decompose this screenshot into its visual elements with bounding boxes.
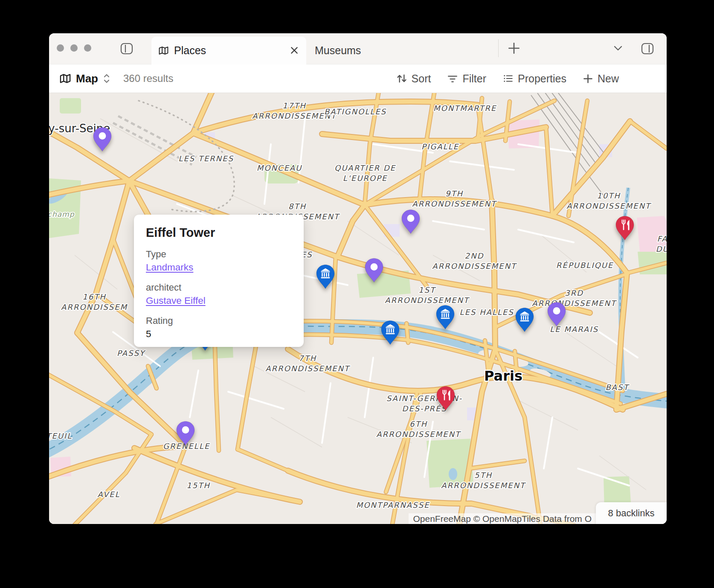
tab-museums-label: Museums bbox=[315, 44, 361, 57]
map-label: PIGALLE bbox=[421, 142, 459, 151]
filter-button[interactable]: Filter bbox=[447, 73, 486, 85]
sort-button[interactable]: Sort bbox=[396, 73, 431, 85]
popup-title: Eiffel Tower bbox=[146, 225, 292, 240]
map-label: PASSY bbox=[117, 349, 146, 358]
toolbar: Map 360 results bbox=[49, 64, 667, 93]
titlebar: Places Museums bbox=[49, 33, 667, 64]
map-pin-museum[interactable] bbox=[316, 264, 335, 289]
map-pin-restaurant[interactable] bbox=[436, 386, 456, 411]
map-pin-landmark[interactable] bbox=[401, 209, 421, 234]
map-pin-landmark[interactable] bbox=[547, 302, 566, 327]
map-pin-museum[interactable] bbox=[435, 305, 455, 330]
filter-label: Filter bbox=[462, 73, 486, 85]
map-label: BAST bbox=[605, 383, 630, 392]
map-attribution[interactable]: OpenFreeMap © OpenMapTiles Data from O bbox=[409, 513, 596, 524]
map-pin-museum[interactable] bbox=[380, 320, 400, 345]
app-window: Places Museums bbox=[49, 33, 667, 524]
field-label: Rating bbox=[146, 315, 292, 326]
left-sidebar-icon bbox=[119, 41, 134, 56]
type-link[interactable]: Landmarks bbox=[146, 262, 193, 273]
tabbar-divider bbox=[498, 39, 499, 57]
place-popup-card: Eiffel Tower Type Landmarks architect Gu… bbox=[134, 215, 304, 347]
selector-chevrons-icon bbox=[103, 73, 110, 84]
view-label: Map bbox=[76, 72, 98, 85]
view-switcher[interactable]: Map bbox=[59, 72, 110, 85]
tab-museums[interactable]: Museums bbox=[306, 37, 494, 64]
traffic-zoom-button[interactable] bbox=[84, 44, 91, 52]
sort-label: Sort bbox=[412, 73, 431, 85]
toggle-right-sidebar-button[interactable] bbox=[640, 41, 655, 56]
map-label: LES TERNES bbox=[178, 154, 234, 163]
map-pin-landmark[interactable] bbox=[364, 258, 384, 283]
properties-list-icon bbox=[502, 73, 514, 84]
architect-link[interactable]: Gustave Eiffel bbox=[146, 295, 206, 306]
properties-button[interactable]: Properties bbox=[502, 73, 566, 85]
new-tab-button[interactable] bbox=[507, 41, 521, 55]
map-label: AVEL bbox=[98, 490, 120, 499]
map-label: NTEUIL bbox=[49, 431, 72, 440]
rating-value: 5 bbox=[146, 329, 151, 339]
toggle-left-sidebar-button[interactable] bbox=[119, 41, 134, 56]
field-label: architect bbox=[146, 282, 292, 293]
map-pin-landmark[interactable] bbox=[176, 421, 195, 446]
map-label: MONTMARTRE bbox=[433, 104, 497, 113]
map-label: BATIGNOLLES bbox=[324, 107, 386, 116]
results-count: 360 results bbox=[123, 73, 173, 84]
backlinks-badge[interactable]: 8 backlinks bbox=[596, 502, 667, 524]
map-label: LES HALLES bbox=[459, 308, 514, 317]
close-tab-icon[interactable] bbox=[289, 45, 299, 55]
new-button[interactable]: New bbox=[583, 73, 619, 85]
map-label: Paris bbox=[484, 368, 522, 384]
map-label: RÉPUBLIQUE bbox=[556, 261, 614, 270]
plus-icon bbox=[507, 41, 521, 55]
map-label: MONCEAU bbox=[257, 163, 302, 172]
new-label: New bbox=[598, 73, 619, 85]
chevron-down-icon bbox=[612, 44, 624, 52]
map-pin-museum[interactable] bbox=[515, 307, 534, 332]
map-icon bbox=[158, 46, 169, 55]
map-pin-restaurant[interactable] bbox=[615, 215, 635, 241]
plus-icon bbox=[583, 73, 593, 84]
map-label: champ bbox=[49, 210, 75, 218]
right-sidebar-icon bbox=[640, 41, 655, 56]
map-icon bbox=[59, 73, 71, 84]
tab-list-chevron-button[interactable] bbox=[612, 44, 624, 52]
tab-places[interactable]: Places bbox=[151, 37, 306, 64]
tab-places-label: Places bbox=[174, 44, 206, 57]
field-label: Type bbox=[146, 249, 292, 260]
properties-label: Properties bbox=[518, 73, 566, 85]
traffic-close-button[interactable] bbox=[57, 44, 64, 52]
map-canvas[interactable]: illy-sur-Seine17THARRONDISSEMENTBATIGNOL… bbox=[49, 93, 667, 524]
sort-arrows-icon bbox=[396, 73, 407, 84]
map-label: MONTPARNASSE bbox=[356, 501, 430, 509]
map-pin-landmark[interactable] bbox=[93, 127, 112, 152]
filter-icon bbox=[447, 73, 458, 84]
map-label: 15TH bbox=[186, 481, 210, 490]
desktop-background: Places Museums bbox=[0, 0, 714, 588]
traffic-minimize-button[interactable] bbox=[70, 44, 78, 52]
